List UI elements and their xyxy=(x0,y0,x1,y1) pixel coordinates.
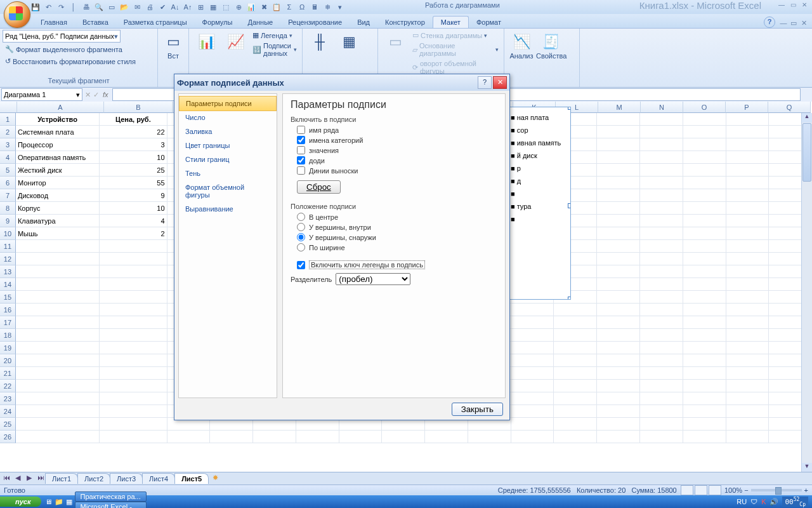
scroll-thumb[interactable] xyxy=(802,123,811,182)
cell[interactable] xyxy=(16,405,100,418)
dialog-nav-item[interactable]: Формат объемной фигуры xyxy=(179,180,277,202)
cell[interactable] xyxy=(726,329,769,342)
ribbon-tab-Формулы[interactable]: Формулы xyxy=(195,17,240,28)
cell[interactable] xyxy=(640,202,683,215)
cell[interactable] xyxy=(597,215,640,227)
cell[interactable] xyxy=(597,418,640,431)
paste-icon[interactable]: 📋 xyxy=(272,2,282,12)
include-checkbox[interactable]: Динии выноски xyxy=(297,166,497,175)
cell[interactable] xyxy=(597,138,640,151)
name-box[interactable]: Диаграмма 1▾ xyxy=(1,88,82,101)
legend-key-checkbox[interactable]: Включить ключ легенды в подпись xyxy=(297,260,497,269)
cell[interactable] xyxy=(210,431,253,443)
lang-indicator[interactable]: RU xyxy=(737,498,747,505)
open-icon[interactable]: 📂 xyxy=(119,2,129,12)
legend-item[interactable]: ■ xyxy=(511,187,568,200)
legend-item[interactable]: ■ ивная память xyxy=(511,137,568,149)
select-all-corner[interactable] xyxy=(0,102,17,113)
cell[interactable]: Клавиатура xyxy=(16,215,100,227)
row-header[interactable]: 8 xyxy=(0,202,16,215)
ribbon-tab-Разметка страницы[interactable]: Разметка страницы xyxy=(116,17,195,28)
cell[interactable] xyxy=(597,113,640,126)
cell[interactable] xyxy=(16,367,100,380)
cell[interactable] xyxy=(100,253,167,265)
cell[interactable] xyxy=(597,265,640,278)
row-header[interactable]: 17 xyxy=(0,316,16,329)
gridlines-button[interactable]: ▦ xyxy=(334,30,363,52)
cell[interactable] xyxy=(16,316,100,329)
tray-volume-icon[interactable]: 🔊 xyxy=(769,498,778,506)
cell[interactable] xyxy=(554,405,597,418)
position-radio[interactable]: По ширине xyxy=(297,243,497,251)
cell[interactable] xyxy=(726,392,769,405)
cell[interactable] xyxy=(511,431,554,443)
row-header[interactable]: 6 xyxy=(0,177,16,189)
cell[interactable] xyxy=(511,367,554,380)
save-icon[interactable]: 💾 xyxy=(30,2,41,12)
cell[interactable] xyxy=(683,202,726,215)
chart-element-combo[interactable]: Ряд "Цена, руб." Подписи данных▾ xyxy=(3,30,121,43)
sort-desc-icon[interactable]: A↑ xyxy=(183,2,193,12)
cell[interactable] xyxy=(726,418,769,431)
position-radio[interactable]: В центре xyxy=(297,213,497,221)
undo-icon[interactable]: ↶ xyxy=(43,2,53,12)
cell[interactable] xyxy=(640,189,683,202)
cell[interactable]: Жесткий диск xyxy=(16,164,100,177)
zoom-label[interactable]: 100% xyxy=(724,486,742,494)
insert-cells-icon[interactable]: ⊕ xyxy=(233,2,244,12)
row-header[interactable]: 14 xyxy=(0,278,16,291)
cell[interactable] xyxy=(100,329,167,342)
cell[interactable] xyxy=(100,367,167,380)
row-header[interactable]: 5 xyxy=(0,164,16,177)
cell[interactable] xyxy=(726,202,769,215)
cell[interactable] xyxy=(16,380,100,392)
row-header[interactable]: 19 xyxy=(0,342,16,354)
first-sheet-icon[interactable]: ⏮ xyxy=(1,474,11,484)
legend-item[interactable]: ■ сор xyxy=(511,124,568,137)
dialog-nav-item[interactable]: Заливка xyxy=(179,124,277,138)
cancel-formula-icon[interactable]: ✕ xyxy=(85,91,91,99)
cell[interactable] xyxy=(16,342,100,354)
cell[interactable]: 9 xyxy=(100,189,167,202)
cell[interactable]: Цена, руб. xyxy=(100,113,167,126)
cell[interactable] xyxy=(726,291,769,304)
legend-item[interactable]: ■ р xyxy=(511,162,568,175)
cell[interactable] xyxy=(597,126,640,138)
cell[interactable] xyxy=(554,342,597,354)
col-header-N[interactable]: N xyxy=(641,102,683,113)
cell[interactable] xyxy=(425,431,468,443)
cell[interactable]: 25 xyxy=(100,164,167,177)
cell[interactable] xyxy=(100,240,167,253)
cell[interactable] xyxy=(597,151,640,164)
legend-item[interactable]: ■ ная плата xyxy=(511,111,568,124)
cell[interactable] xyxy=(726,113,769,126)
ribbon-tab-Конструктор[interactable]: Конструктор xyxy=(377,17,433,28)
legend-item[interactable]: ■ й диск xyxy=(511,149,568,162)
cell[interactable] xyxy=(640,138,683,151)
include-checkbox[interactable]: имя ряда xyxy=(297,126,497,134)
new-sheet-icon[interactable]: ✸ xyxy=(210,474,220,484)
row-header[interactable]: 1 xyxy=(0,113,16,126)
col-header-Q[interactable]: Q xyxy=(768,102,811,113)
sort-asc-icon[interactable]: A↓ xyxy=(170,2,180,12)
start-button[interactable]: пуск xyxy=(0,497,41,507)
close-window-icon[interactable]: ✕ xyxy=(799,1,809,10)
sheet-tab[interactable]: Лист1 xyxy=(45,473,78,484)
cell[interactable] xyxy=(683,240,726,253)
cell[interactable] xyxy=(640,240,683,253)
cell[interactable] xyxy=(100,392,167,405)
cell[interactable] xyxy=(726,240,769,253)
separator-select[interactable]: (пробел) xyxy=(336,273,410,285)
cell[interactable] xyxy=(554,354,597,367)
chart-icon[interactable]: 📊 xyxy=(246,2,256,12)
cell[interactable]: Дисковод xyxy=(16,189,100,202)
calc-icon[interactable]: 🖩 xyxy=(310,2,320,12)
taskbar-app-button[interactable]: Практическая ра... xyxy=(75,491,147,502)
col-header-A[interactable]: A xyxy=(17,102,104,113)
row-header[interactable]: 9 xyxy=(0,215,16,227)
data-labels-button[interactable]: 🔢 Подписи данных xyxy=(250,41,299,58)
row-header[interactable]: 10 xyxy=(0,227,16,240)
dialog-nav-item[interactable]: Параметры подписи xyxy=(179,96,277,111)
cell[interactable] xyxy=(511,316,554,329)
totalcmd-icon[interactable]: ▦ xyxy=(66,498,72,506)
